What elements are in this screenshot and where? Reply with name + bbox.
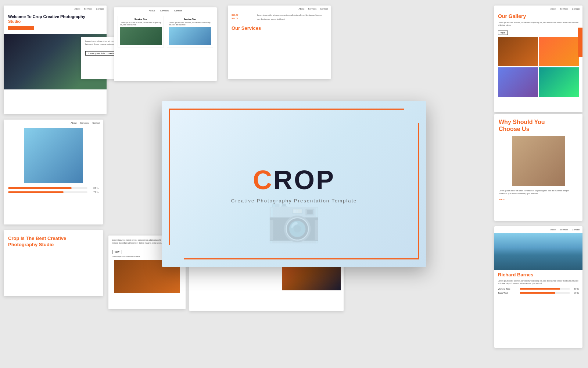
nav-services-4: Services xyxy=(560,8,568,10)
gallery-img-2 xyxy=(539,37,579,66)
slide-stats: About Services Contact 356.07 356.07 Lor… xyxy=(228,6,331,79)
nav-about-5[interactable]: About xyxy=(71,122,77,124)
richard-progress-row-2: Team Work 70 % xyxy=(498,292,579,294)
nav-services-1[interactable]: Services xyxy=(84,8,92,10)
progress-bar-bg-2 xyxy=(8,191,87,193)
slide-richard: About Services Contact Richard Barnes Lo… xyxy=(494,226,582,348)
richard-image xyxy=(494,233,582,270)
nav-contact-5[interactable]: Contact xyxy=(92,122,100,124)
nav-about-4: About xyxy=(551,8,556,10)
welcome-orange-bar xyxy=(8,26,34,30)
progress-section: 80 % 70 % xyxy=(4,185,103,197)
bottom-title-orange: Photography xyxy=(8,242,37,247)
welcome-content: Welcome To Crop Creative Photography Stu… xyxy=(4,12,107,34)
nav-services-2[interactable]: Services xyxy=(160,10,169,12)
portrait-nav: About Services Contact xyxy=(4,120,103,126)
progress-row-1: 80 % xyxy=(8,187,98,189)
gallery-nav: About Services Contact xyxy=(494,6,582,12)
stats-right: Lorem ipsum dolor sit amet, consectetur … xyxy=(257,14,327,21)
hero-subtitle: Creative Photography Presentation Templa… xyxy=(231,198,357,204)
richard-bar-fill-1 xyxy=(520,288,560,290)
stat-val-2: 356.07 xyxy=(232,17,238,20)
service-card-1: Service One Lorem ipsum dolor sit amet, … xyxy=(118,16,164,47)
gallery-desc: Lorem ipsum dolor sit amet, consectetur … xyxy=(494,21,582,28)
nav-contact-1[interactable]: Contact xyxy=(96,8,104,10)
richard-bar-fill-2 xyxy=(520,292,555,294)
welcome-title: Welcome To Crop Creative Photography xyxy=(8,14,102,19)
richard-progress-label-1: Working Time xyxy=(498,288,518,290)
our-services-title: Our Services xyxy=(228,25,331,31)
our-services-our: Our xyxy=(232,25,240,31)
progress-label-1: 80 % xyxy=(89,187,98,189)
slide-bottom-left: Crop Is The Best Creative Photography St… xyxy=(4,230,103,296)
stats-nav: About Services Contact xyxy=(228,6,331,12)
gallery-title: Our Gallery xyxy=(494,12,582,21)
richard-desc: Lorem ipsum dolor sit amet, consectetur … xyxy=(494,279,582,286)
bottom-title: Crop Is The Best Creative Photography St… xyxy=(4,230,103,250)
richard-first-name: Richard xyxy=(498,272,516,277)
nav-contact-r[interactable]: Contact xyxy=(572,229,580,231)
richard-progress-row-1: Working Time 80 % xyxy=(498,288,579,290)
welcome-orange-text: Studio xyxy=(8,19,102,24)
nav-services-3: Services xyxy=(308,8,316,10)
nav-about-1[interactable]: About xyxy=(75,8,80,10)
hero-logo-c: C xyxy=(253,165,273,195)
gallery-view-btn[interactable]: VIEW xyxy=(498,31,508,35)
service-2-title: Service Two xyxy=(169,18,211,20)
slide-services: About Services Contact Service One Lorem… xyxy=(114,7,217,81)
bottom-title-line1: Crop Is The Best Creative xyxy=(8,236,66,241)
richard-pct-2: 70 % xyxy=(571,292,579,294)
richard-pct-1: 80 % xyxy=(571,288,579,290)
lorem-view-btn[interactable]: VIEW xyxy=(112,250,122,254)
why-desc: Lorem ipsum dolor sit amet consectetur a… xyxy=(494,188,582,197)
hero-logo: CROP xyxy=(253,165,335,195)
bottom-title-studio-word: Studio xyxy=(39,242,54,247)
stats-extra: sed do eiusmod tempor incididunt xyxy=(257,18,327,21)
our-services-services: Services xyxy=(241,25,261,31)
nav-services-r[interactable]: Services xyxy=(560,229,568,231)
service-1-title: Service One xyxy=(120,18,162,20)
nav-about-2[interactable]: About xyxy=(149,10,155,12)
portrait-image xyxy=(24,128,83,183)
nav-contact-3: Contact xyxy=(320,8,328,10)
gallery-img-1 xyxy=(498,37,538,66)
stats-content: 356.07 356.07 Lorem ipsum dolor sit amet… xyxy=(228,12,331,22)
welcome-nav: About Services Contact xyxy=(4,6,107,12)
richard-progress-section: Working Time 80 % Team Work 70 % xyxy=(494,286,582,298)
service-2-desc: Lorem ipsum dolor sit amet, consectetur … xyxy=(169,21,211,26)
progress-bar-fill-1 xyxy=(8,187,72,189)
nav-services-5[interactable]: Services xyxy=(80,122,89,124)
richard-progress-label-2: Team Work xyxy=(498,292,518,294)
why-stat: 356.07 xyxy=(494,197,582,202)
progress-bar-fill-2 xyxy=(8,191,64,193)
service-card-2: Service Two Lorem ipsum dolor sit amet, … xyxy=(167,16,213,47)
stat-row-2: 356.07 xyxy=(232,17,254,20)
gallery-grid xyxy=(494,37,582,97)
why-title-text: Why Should You xyxy=(499,119,545,125)
nav-contact-4: Contact xyxy=(572,8,580,10)
gallery-img-4 xyxy=(539,67,579,97)
why-person-image xyxy=(512,136,565,186)
slide-portrait: About Services Contact 80 % 70 % xyxy=(4,120,103,224)
progress-label-2: 70 % xyxy=(89,191,98,193)
why-choose-text: Choose Us xyxy=(499,126,530,132)
nav-about-r[interactable]: About xyxy=(551,229,556,231)
richard-last-name: Barnes xyxy=(517,272,533,277)
why-title: Why Should You Choose Us xyxy=(494,114,582,134)
service-1-desc: Lorem ipsum dolor sit amet, consectetur … xyxy=(120,21,162,26)
progress-bar-bg-1 xyxy=(8,187,87,189)
stats-left: 356.07 356.07 xyxy=(232,14,254,21)
service-1-image xyxy=(120,27,162,45)
gallery-img-3 xyxy=(498,67,538,97)
gallery-word: Gallery xyxy=(509,13,526,19)
service-2-image xyxy=(169,27,211,45)
gallery-orange-accent xyxy=(578,28,582,57)
stat-row-1: 356.07 xyxy=(232,14,254,16)
nav-contact-2[interactable]: Contact xyxy=(174,10,182,12)
richard-bar-bg-2 xyxy=(520,292,570,294)
service-cards: Service One Lorem ipsum dolor sit amet, … xyxy=(114,14,217,49)
gallery-our: Our xyxy=(498,13,507,19)
stats-desc: Lorem ipsum dolor sit amet, consectetur … xyxy=(257,14,327,17)
slide-why-choose: Why Should You Choose Us Lorem ipsum dol… xyxy=(494,114,582,221)
nav-about-3: About xyxy=(299,8,305,10)
